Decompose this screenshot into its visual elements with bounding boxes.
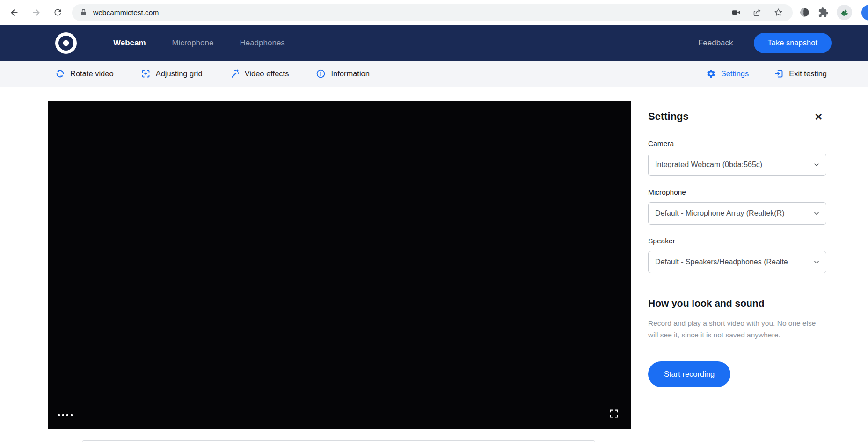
microphone-select-value: Default - Microphone Array (Realtek(R): [655, 209, 813, 218]
exit-icon: [774, 69, 784, 79]
information-button[interactable]: Information: [316, 69, 370, 79]
below-video-box: [82, 440, 595, 446]
browser-toolbar: webcammictest.com: [0, 0, 868, 25]
exit-testing-button[interactable]: Exit testing: [774, 69, 827, 79]
nav-headphones[interactable]: Headphones: [240, 38, 284, 48]
gear-icon: [706, 69, 716, 79]
nav-webcam[interactable]: Webcam: [113, 38, 146, 48]
chevron-down-icon: [813, 210, 820, 217]
more-options-dots-icon[interactable]: [58, 414, 73, 416]
back-button[interactable]: [7, 5, 22, 21]
how-you-look-description: Record and play a short video with you. …: [648, 317, 826, 341]
settings-button[interactable]: Settings: [706, 69, 749, 79]
video-effects-label: Video effects: [245, 69, 289, 78]
adjusting-grid-button[interactable]: Adjusting grid: [141, 69, 203, 79]
start-recording-button[interactable]: Start recording: [648, 361, 730, 387]
info-icon: [316, 69, 326, 79]
feedback-link[interactable]: Feedback: [698, 38, 733, 48]
exit-testing-label: Exit testing: [789, 69, 827, 78]
lock-icon: [80, 8, 88, 16]
adjust-grid-icon: [141, 69, 151, 79]
logo-dot: [63, 40, 69, 46]
reload-icon: [53, 7, 63, 17]
webcam-preview[interactable]: [48, 101, 631, 429]
microphone-label: Microphone: [648, 188, 826, 197]
settings-label: Settings: [721, 69, 749, 78]
webcam-logo-icon[interactable]: [55, 32, 77, 54]
video-toolbar: Rotate video Adjusting grid Video effect…: [0, 61, 868, 87]
adjusting-grid-label: Adjusting grid: [156, 69, 203, 78]
camera-select-value: Integrated Webcam (0bda:565c): [655, 161, 813, 169]
take-snapshot-button[interactable]: Take snapshot: [754, 33, 832, 53]
camera-select[interactable]: Integrated Webcam (0bda:565c): [648, 154, 826, 176]
camera-label: Camera: [648, 139, 826, 148]
site-header: Webcam Microphone Headphones Feedback Ta…: [0, 25, 868, 61]
speaker-label: Speaker: [648, 237, 826, 245]
microphone-select[interactable]: Default - Microphone Array (Realtek(R): [648, 202, 826, 225]
close-icon[interactable]: ✕: [814, 112, 823, 122]
forward-icon: [31, 7, 41, 18]
settings-panel-title: Settings: [648, 110, 689, 123]
rotate-video-button[interactable]: Rotate video: [55, 69, 114, 79]
video-effects-button[interactable]: Video effects: [230, 69, 289, 79]
bookmark-star-icon[interactable]: [773, 7, 783, 17]
nav-microphone[interactable]: Microphone: [172, 38, 214, 48]
rotate-icon: [55, 69, 65, 79]
reload-button[interactable]: [50, 5, 66, 21]
chevron-down-icon: [813, 258, 820, 266]
how-you-look-title: How you look and sound: [648, 298, 826, 309]
back-icon: [9, 7, 20, 18]
rotate-video-label: Rotate video: [70, 69, 114, 78]
fullscreen-icon: [609, 409, 619, 419]
url-text[interactable]: webcammictest.com: [93, 8, 731, 17]
forward-button[interactable]: [28, 5, 44, 21]
profile-avatar[interactable]: [837, 5, 852, 20]
settings-panel: Settings ✕ Camera Integrated Webcam (0bd…: [648, 110, 826, 387]
darkreader-extension-icon[interactable]: [799, 7, 810, 18]
magic-wand-icon: [230, 69, 240, 79]
share-icon[interactable]: [752, 7, 762, 17]
chevron-down-icon: [813, 161, 820, 168]
dragon-avatar-icon: [839, 7, 850, 18]
main-nav: Webcam Microphone Headphones: [113, 38, 285, 48]
information-label: Information: [331, 69, 370, 78]
browser-profile-icon[interactable]: [861, 5, 868, 21]
camera-permission-icon[interactable]: [731, 7, 741, 17]
fullscreen-button[interactable]: [609, 409, 619, 419]
puzzle-extensions-icon[interactable]: [818, 7, 829, 18]
url-bar[interactable]: webcammictest.com: [72, 4, 793, 21]
speaker-select[interactable]: Default - Speakers/Headphones (Realte: [648, 251, 826, 273]
speaker-select-value: Default - Speakers/Headphones (Realte: [655, 258, 813, 266]
